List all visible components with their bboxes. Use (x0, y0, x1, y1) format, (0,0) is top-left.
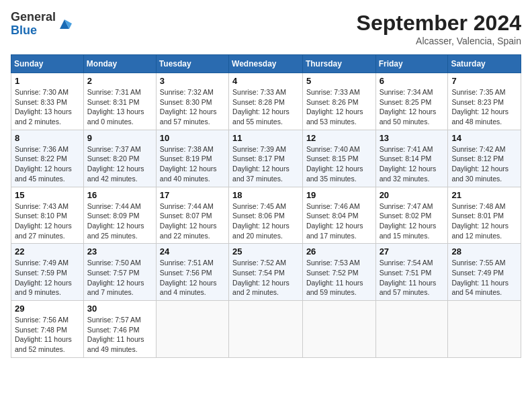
day-info: Sunrise: 7:52 AMSunset: 7:54 PMDaylight:… (232, 258, 299, 298)
calendar-cell: 8Sunrise: 7:36 AMSunset: 8:22 PMDaylight… (11, 130, 84, 187)
calendar-cell: 14Sunrise: 7:42 AMSunset: 8:12 PMDayligh… (448, 130, 521, 187)
day-info: Sunrise: 7:44 AMSunset: 8:07 PMDaylight:… (160, 201, 225, 241)
day-info: Sunrise: 7:53 AMSunset: 7:52 PMDaylight:… (306, 258, 372, 298)
calendar-cell: 28Sunrise: 7:55 AMSunset: 7:49 PMDayligh… (448, 244, 521, 301)
calendar-cell (375, 301, 448, 358)
calendar-header: Sunday Monday Tuesday Wednesday Thursday… (11, 55, 521, 73)
day-number: 8 (15, 133, 80, 143)
day-number: 26 (306, 246, 372, 257)
day-number: 24 (160, 246, 225, 257)
day-info: Sunrise: 7:35 AMSunset: 8:23 PMDaylight:… (451, 87, 517, 127)
day-info: Sunrise: 7:38 AMSunset: 8:19 PMDaylight:… (160, 144, 225, 184)
calendar-cell: 22Sunrise: 7:49 AMSunset: 7:59 PMDayligh… (11, 244, 84, 301)
day-number: 5 (306, 76, 372, 86)
logo-icon (57, 17, 72, 32)
col-monday: Monday (83, 55, 156, 73)
calendar-cell: 18Sunrise: 7:45 AMSunset: 8:06 PMDayligh… (229, 187, 303, 244)
calendar-week-5: 29Sunrise: 7:56 AMSunset: 7:48 PMDayligh… (11, 301, 521, 358)
location: Alcasser, Valencia, Spain (357, 36, 521, 46)
day-info: Sunrise: 7:39 AMSunset: 8:17 PMDaylight:… (232, 144, 299, 184)
day-number: 25 (232, 246, 299, 257)
day-info: Sunrise: 7:32 AMSunset: 8:30 PMDaylight:… (160, 87, 225, 127)
calendar-cell: 16Sunrise: 7:44 AMSunset: 8:09 PMDayligh… (83, 187, 156, 244)
calendar-cell: 17Sunrise: 7:44 AMSunset: 8:07 PMDayligh… (156, 187, 228, 244)
day-info: Sunrise: 7:34 AMSunset: 8:25 PMDaylight:… (380, 87, 445, 127)
calendar-cell: 15Sunrise: 7:43 AMSunset: 8:10 PMDayligh… (11, 187, 84, 244)
calendar-cell: 2Sunrise: 7:31 AMSunset: 8:31 PMDaylight… (83, 73, 156, 130)
col-thursday: Thursday (302, 55, 375, 73)
day-number: 11 (232, 133, 299, 143)
col-friday: Friday (375, 55, 448, 73)
calendar-body: 1Sunrise: 7:30 AMSunset: 8:33 PMDaylight… (11, 73, 521, 358)
calendar-cell: 23Sunrise: 7:50 AMSunset: 7:57 PMDayligh… (83, 244, 156, 301)
calendar-cell: 24Sunrise: 7:51 AMSunset: 7:56 PMDayligh… (156, 244, 228, 301)
day-info: Sunrise: 7:44 AMSunset: 8:09 PMDaylight:… (87, 201, 152, 241)
day-number: 10 (160, 133, 225, 143)
day-number: 1 (15, 76, 80, 86)
day-number: 18 (232, 190, 299, 200)
col-wednesday: Wednesday (229, 55, 303, 73)
col-saturday: Saturday (448, 55, 521, 73)
calendar-week-3: 15Sunrise: 7:43 AMSunset: 8:10 PMDayligh… (11, 187, 521, 244)
day-info: Sunrise: 7:42 AMSunset: 8:12 PMDaylight:… (451, 144, 517, 184)
day-info: Sunrise: 7:49 AMSunset: 7:59 PMDaylight:… (15, 258, 80, 298)
day-number: 4 (232, 76, 299, 86)
day-number: 15 (15, 190, 80, 200)
calendar-cell (156, 301, 228, 358)
calendar-cell: 9Sunrise: 7:37 AMSunset: 8:20 PMDaylight… (83, 130, 156, 187)
day-info: Sunrise: 7:51 AMSunset: 7:56 PMDaylight:… (160, 258, 225, 298)
day-info: Sunrise: 7:45 AMSunset: 8:06 PMDaylight:… (232, 201, 299, 241)
page-header: General Blue September 2024 Alcasser, Va… (11, 11, 521, 46)
day-number: 13 (380, 133, 445, 143)
day-info: Sunrise: 7:56 AMSunset: 7:48 PMDaylight:… (15, 315, 80, 355)
day-info: Sunrise: 7:46 AMSunset: 8:04 PMDaylight:… (306, 201, 372, 241)
calendar-cell: 26Sunrise: 7:53 AMSunset: 7:52 PMDayligh… (302, 244, 375, 301)
calendar-cell: 12Sunrise: 7:40 AMSunset: 8:15 PMDayligh… (302, 130, 375, 187)
day-info: Sunrise: 7:43 AMSunset: 8:10 PMDaylight:… (15, 201, 80, 241)
title-block: September 2024 Alcasser, Valencia, Spain (357, 11, 521, 46)
calendar-cell: 11Sunrise: 7:39 AMSunset: 8:17 PMDayligh… (229, 130, 303, 187)
day-info: Sunrise: 7:36 AMSunset: 8:22 PMDaylight:… (15, 144, 80, 184)
day-number: 19 (306, 190, 372, 200)
day-info: Sunrise: 7:37 AMSunset: 8:20 PMDaylight:… (87, 144, 152, 184)
calendar-cell: 4Sunrise: 7:33 AMSunset: 8:28 PMDaylight… (229, 73, 303, 130)
calendar-week-4: 22Sunrise: 7:49 AMSunset: 7:59 PMDayligh… (11, 244, 521, 301)
day-number: 29 (15, 304, 80, 314)
calendar-cell: 25Sunrise: 7:52 AMSunset: 7:54 PMDayligh… (229, 244, 303, 301)
day-info: Sunrise: 7:40 AMSunset: 8:15 PMDaylight:… (306, 144, 372, 184)
calendar-cell: 7Sunrise: 7:35 AMSunset: 8:23 PMDaylight… (448, 73, 521, 130)
header-row: Sunday Monday Tuesday Wednesday Thursday… (11, 55, 521, 73)
month-title: September 2024 (357, 11, 521, 36)
calendar-cell: 10Sunrise: 7:38 AMSunset: 8:19 PMDayligh… (156, 130, 228, 187)
calendar-cell: 27Sunrise: 7:54 AMSunset: 7:51 PMDayligh… (375, 244, 448, 301)
day-info: Sunrise: 7:30 AMSunset: 8:33 PMDaylight:… (15, 87, 80, 127)
calendar-cell: 30Sunrise: 7:57 AMSunset: 7:46 PMDayligh… (83, 301, 156, 358)
day-number: 28 (451, 246, 517, 257)
day-info: Sunrise: 7:55 AMSunset: 7:49 PMDaylight:… (451, 258, 517, 298)
calendar-cell: 1Sunrise: 7:30 AMSunset: 8:33 PMDaylight… (11, 73, 84, 130)
calendar-cell: 13Sunrise: 7:41 AMSunset: 8:14 PMDayligh… (375, 130, 448, 187)
day-info: Sunrise: 7:31 AMSunset: 8:31 PMDaylight:… (87, 87, 152, 127)
logo-blue: Blue (11, 24, 37, 37)
col-sunday: Sunday (11, 55, 84, 73)
day-number: 7 (451, 76, 517, 86)
day-number: 21 (451, 190, 517, 200)
day-number: 14 (451, 133, 517, 143)
calendar-cell (229, 301, 303, 358)
day-number: 22 (15, 246, 80, 257)
calendar-cell (302, 301, 375, 358)
day-info: Sunrise: 7:33 AMSunset: 8:26 PMDaylight:… (306, 87, 372, 127)
day-number: 9 (87, 133, 152, 143)
day-info: Sunrise: 7:41 AMSunset: 8:14 PMDaylight:… (380, 144, 445, 184)
calendar-week-2: 8Sunrise: 7:36 AMSunset: 8:22 PMDaylight… (11, 130, 521, 187)
day-number: 27 (380, 246, 445, 257)
day-number: 3 (160, 76, 225, 86)
calendar-cell: 6Sunrise: 7:34 AMSunset: 8:25 PMDaylight… (375, 73, 448, 130)
day-info: Sunrise: 7:47 AMSunset: 8:02 PMDaylight:… (380, 201, 445, 241)
day-number: 23 (87, 246, 152, 257)
day-number: 17 (160, 190, 225, 200)
logo-general: General (11, 10, 56, 24)
calendar-cell: 5Sunrise: 7:33 AMSunset: 8:26 PMDaylight… (302, 73, 375, 130)
day-info: Sunrise: 7:54 AMSunset: 7:51 PMDaylight:… (380, 258, 445, 298)
day-number: 2 (87, 76, 152, 86)
